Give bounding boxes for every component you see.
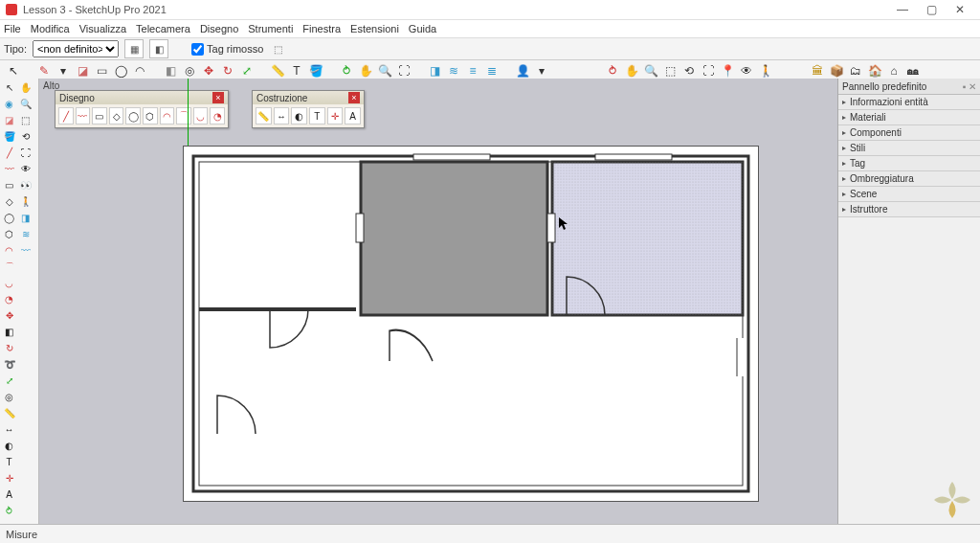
lt-paint-icon[interactable]: 🪣	[2, 129, 16, 144]
text-icon[interactable]: T	[289, 63, 304, 79]
house3-icon[interactable]: 🏘	[905, 63, 921, 79]
lt-text-icon[interactable]: T	[2, 455, 16, 469]
menu-visualizza[interactable]: Visualizza	[79, 23, 126, 34]
lt-axes-icon[interactable]: ✛	[2, 471, 16, 486]
lt-zoom-icon[interactable]: 🔍	[18, 97, 33, 111]
type-select[interactable]: <non definito>	[33, 40, 119, 57]
person-icon[interactable]: 👤	[515, 63, 530, 79]
lt-zoomwin-icon[interactable]: ⬚	[18, 113, 33, 127]
opt-icon-3[interactable]: ⬚	[269, 40, 286, 57]
lt-rotrect-icon[interactable]: ◇	[2, 194, 16, 209]
lt-arc3-icon[interactable]: ◡	[2, 276, 16, 290]
pencil-icon[interactable]: ✎	[36, 63, 52, 79]
lt-tape-icon[interactable]: 📏	[2, 406, 16, 420]
lt-lasso-icon[interactable]: ◉	[2, 97, 16, 111]
lt-eraser-icon[interactable]: ◪	[2, 113, 16, 127]
disegno-close-icon[interactable]: ×	[212, 92, 224, 103]
opt-icon-1[interactable]: ▦	[124, 39, 144, 58]
lt-select-icon[interactable]: ↖	[2, 80, 16, 95]
minimize-button[interactable]: —	[888, 3, 917, 16]
section-icon[interactable]: ◨	[427, 63, 442, 79]
costruzione-palette[interactable]: Costruzione× 📏 ↔ ◐ T ✛ A	[252, 90, 365, 128]
zoom-extents-icon[interactable]: ⛶	[396, 63, 412, 79]
menu-guida[interactable]: Guida	[409, 23, 436, 34]
canvas[interactable]: Alto Disegno× ╱ 〰 ▭ ◇ ◯ ⬡ ◠ ⌒ ◡ ◔ Costru…	[39, 79, 837, 525]
rp-item-scene[interactable]: Scene	[838, 187, 980, 202]
lt-line-icon[interactable]: ╱	[2, 146, 16, 160]
house1-icon[interactable]: 🏠	[867, 63, 882, 79]
menu-telecamera[interactable]: Telecamera	[136, 23, 190, 34]
lt-rotate-icon[interactable]: ↻	[2, 341, 16, 355]
lt-rect-icon[interactable]: ▭	[2, 178, 16, 192]
rp-item-componenti[interactable]: Componenti	[838, 125, 980, 141]
rp-item-ombreggiatura[interactable]: Ombreggiatura	[838, 171, 980, 187]
pan-icon[interactable]: ✋	[358, 63, 373, 79]
house2-icon[interactable]: ⌂	[886, 63, 902, 79]
ct-3dtext-icon[interactable]: A	[345, 107, 361, 124]
lt-followme-icon[interactable]: ➰	[2, 357, 16, 372]
rp-item-info[interactable]: Informazioni entità	[838, 95, 980, 110]
opt-icon-2[interactable]: ◧	[149, 39, 168, 58]
ct-dim-icon[interactable]: ↔	[274, 107, 290, 124]
costruzione-close-icon[interactable]: ×	[348, 92, 360, 103]
layers-icon[interactable]: ≋	[446, 63, 461, 79]
lt-arc-icon[interactable]: ◠	[2, 243, 16, 258]
dropdown2-icon[interactable]: ▾	[534, 63, 549, 79]
lt-move-icon[interactable]: ✥	[2, 308, 16, 323]
lt-zoomext-icon[interactable]: ⛶	[18, 146, 33, 160]
menu-modifica[interactable]: Modifica	[31, 23, 70, 34]
lt-freehand-icon[interactable]: 〰	[2, 162, 16, 176]
dropdown-icon[interactable]: ▾	[56, 63, 71, 79]
zoomwin-icon[interactable]: ⬚	[662, 63, 678, 79]
pt-poly-icon[interactable]: ⬡	[143, 107, 158, 124]
rotate-icon[interactable]: ↻	[220, 63, 235, 79]
maximize-button[interactable]: ▢	[917, 3, 946, 16]
rp-item-stili[interactable]: Stili	[838, 141, 980, 156]
outliner-icon[interactable]: 🗂	[848, 63, 863, 79]
circle-icon[interactable]: ◯	[113, 63, 128, 79]
walk-icon[interactable]: 🚶	[758, 63, 773, 79]
offset-icon[interactable]: ◎	[182, 63, 197, 79]
lt-pie-icon[interactable]: ◔	[2, 292, 16, 306]
panel-pin-icon[interactable]: ▪ ✕	[963, 81, 976, 92]
position-icon[interactable]: 📍	[720, 63, 735, 79]
component-icon[interactable]: 📦	[829, 63, 844, 79]
ct-text-icon[interactable]: T	[309, 107, 325, 124]
pan2-icon[interactable]: ✋	[624, 63, 639, 79]
pt-free-icon[interactable]: 〰	[76, 107, 91, 124]
tape-icon[interactable]: 📏	[270, 63, 285, 79]
ct-prot-icon[interactable]: ◐	[291, 107, 307, 124]
pt-rect-icon[interactable]: ▭	[92, 107, 107, 124]
lt-sandbox1-icon[interactable]: ≋	[18, 227, 33, 241]
ct-axes-icon[interactable]: ✛	[327, 107, 344, 124]
lt-section-icon[interactable]: ◨	[18, 211, 33, 225]
rect-icon[interactable]: ▭	[94, 63, 109, 79]
pt-line-icon[interactable]: ╱	[58, 107, 74, 124]
lt-circle-icon[interactable]: ◯	[2, 211, 16, 225]
lt-position-icon[interactable]: 👁	[18, 162, 33, 176]
menu-strumenti[interactable]: Strumenti	[248, 23, 293, 34]
menu-file[interactable]: File	[4, 23, 21, 34]
menu-finestra[interactable]: Finestra	[302, 23, 341, 34]
zoom2-icon[interactable]: 🔍	[643, 63, 658, 79]
orbit2-icon[interactable]: ⥁	[605, 63, 620, 79]
right-panel-title[interactable]: Pannello predefinito▪ ✕	[838, 79, 980, 95]
layers2-icon[interactable]: ≡	[465, 63, 480, 79]
lt-orbit-icon[interactable]: ⥁	[2, 504, 16, 518]
rp-item-materiali[interactable]: Materiali	[838, 110, 980, 125]
lt-walk-icon[interactable]: 🚶	[18, 194, 33, 209]
pt-arc1-icon[interactable]: ◠	[160, 107, 175, 124]
tag-removed-checkbox[interactable]: Tag rimosso	[191, 43, 263, 56]
look-icon[interactable]: 👁	[739, 63, 754, 79]
prev-icon[interactable]: ⟲	[681, 63, 697, 79]
lt-offset-icon[interactable]: ◎	[2, 390, 16, 404]
move-icon[interactable]: ✥	[201, 63, 216, 79]
lt-scale-icon[interactable]: ⤢	[2, 373, 16, 388]
pt-pie-icon[interactable]: ◔	[210, 107, 225, 124]
paint-icon[interactable]: 🪣	[308, 63, 323, 79]
scale-icon[interactable]: ⤢	[239, 63, 255, 79]
lt-pan-icon[interactable]: ✋	[18, 80, 33, 95]
zoom-icon[interactable]: 🔍	[377, 63, 392, 79]
pt-circ-icon[interactable]: ◯	[125, 107, 141, 124]
eraser-icon[interactable]: ◪	[75, 63, 90, 79]
